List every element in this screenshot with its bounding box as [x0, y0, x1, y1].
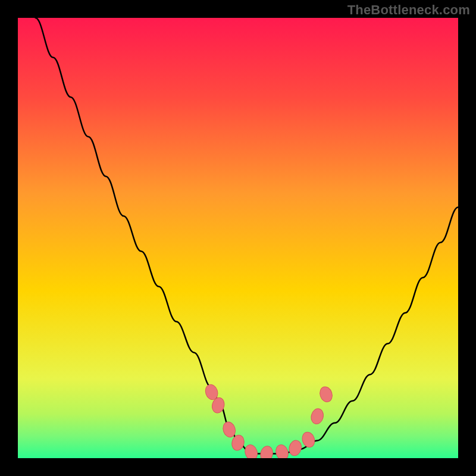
- watermark-text: TheBottleneck.com: [347, 2, 470, 18]
- gradient-background: [18, 18, 458, 458]
- plot-area: [18, 18, 458, 458]
- chart-frame: TheBottleneck.com: [0, 0, 476, 476]
- bottleneck-chart: [18, 18, 458, 458]
